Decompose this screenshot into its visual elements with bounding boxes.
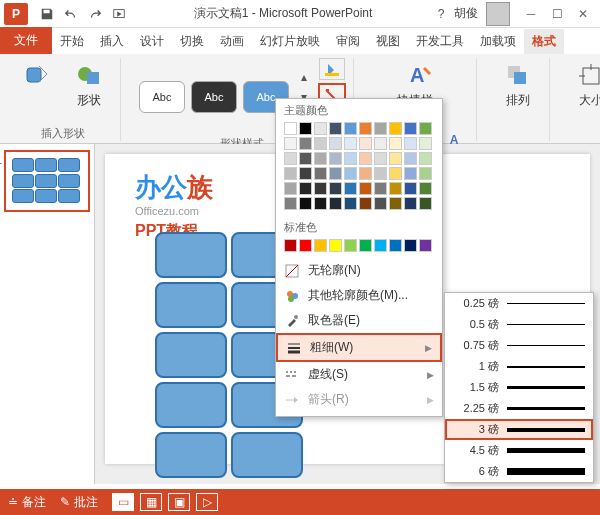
- color-swatch[interactable]: [389, 122, 402, 135]
- color-swatch[interactable]: [404, 122, 417, 135]
- tab-home[interactable]: 开始: [52, 29, 92, 54]
- slide-thumbnail-1[interactable]: 1: [4, 150, 90, 212]
- shape-style-2[interactable]: Abc: [191, 81, 237, 113]
- color-swatch[interactable]: [419, 197, 432, 210]
- color-swatch[interactable]: [284, 239, 297, 252]
- restore-button[interactable]: ☐: [546, 4, 568, 24]
- color-swatch[interactable]: [314, 122, 327, 135]
- size-button[interactable]: 大小: [568, 58, 600, 109]
- weight-option[interactable]: 0.25 磅: [445, 293, 593, 314]
- color-swatch[interactable]: [389, 137, 402, 150]
- color-swatch[interactable]: [299, 182, 312, 195]
- reading-view-button[interactable]: ▣: [168, 493, 190, 511]
- color-swatch[interactable]: [329, 239, 342, 252]
- color-swatch[interactable]: [329, 167, 342, 180]
- user-name[interactable]: 胡俊: [450, 5, 482, 22]
- tab-file[interactable]: 文件: [0, 27, 52, 54]
- color-swatch[interactable]: [344, 182, 357, 195]
- comments-button[interactable]: ✎ 批注: [60, 494, 98, 511]
- color-swatch[interactable]: [299, 137, 312, 150]
- color-swatch[interactable]: [389, 197, 402, 210]
- tab-transitions[interactable]: 切换: [172, 29, 212, 54]
- tab-addins[interactable]: 加载项: [472, 29, 524, 54]
- color-swatch[interactable]: [419, 182, 432, 195]
- color-swatch[interactable]: [359, 122, 372, 135]
- color-swatch[interactable]: [329, 152, 342, 165]
- color-swatch[interactable]: [404, 182, 417, 195]
- avatar[interactable]: [486, 2, 510, 26]
- save-icon[interactable]: [38, 5, 56, 23]
- color-swatch[interactable]: [359, 197, 372, 210]
- color-swatch[interactable]: [314, 152, 327, 165]
- gallery-up[interactable]: ▴: [295, 68, 313, 86]
- sorter-view-button[interactable]: ▦: [140, 493, 162, 511]
- color-swatch[interactable]: [359, 182, 372, 195]
- shape-style-1[interactable]: Abc: [139, 81, 185, 113]
- color-swatch[interactable]: [359, 152, 372, 165]
- tab-view[interactable]: 视图: [368, 29, 408, 54]
- minimize-button[interactable]: ─: [520, 4, 542, 24]
- color-swatch[interactable]: [344, 122, 357, 135]
- color-swatch[interactable]: [404, 167, 417, 180]
- weight-option[interactable]: 0.75 磅: [445, 335, 593, 356]
- color-swatch[interactable]: [314, 167, 327, 180]
- color-swatch[interactable]: [389, 152, 402, 165]
- shape-fill-button[interactable]: [319, 58, 345, 80]
- tab-developer[interactable]: 开发工具: [408, 29, 472, 54]
- color-swatch[interactable]: [344, 167, 357, 180]
- color-swatch[interactable]: [329, 197, 342, 210]
- color-swatch[interactable]: [389, 182, 402, 195]
- color-swatch[interactable]: [284, 182, 297, 195]
- dashes-item[interactable]: 虚线(S) ▶: [276, 362, 442, 387]
- color-swatch[interactable]: [314, 137, 327, 150]
- tab-slideshow[interactable]: 幻灯片放映: [252, 29, 328, 54]
- weight-option[interactable]: 3 磅: [445, 419, 593, 440]
- shapes-button[interactable]: 形状: [66, 58, 112, 109]
- redo-icon[interactable]: [86, 5, 104, 23]
- color-swatch[interactable]: [284, 197, 297, 210]
- color-swatch[interactable]: [389, 239, 402, 252]
- color-swatch[interactable]: [374, 182, 387, 195]
- color-swatch[interactable]: [284, 152, 297, 165]
- color-swatch[interactable]: [344, 137, 357, 150]
- arrows-item[interactable]: 箭头(R) ▶: [276, 387, 442, 412]
- close-button[interactable]: ✕: [572, 4, 594, 24]
- tab-format[interactable]: 格式: [524, 29, 564, 54]
- color-swatch[interactable]: [299, 239, 312, 252]
- color-swatch[interactable]: [284, 137, 297, 150]
- tab-design[interactable]: 设计: [132, 29, 172, 54]
- color-swatch[interactable]: [359, 167, 372, 180]
- color-swatch[interactable]: [314, 239, 327, 252]
- from-beginning-icon[interactable]: [110, 5, 128, 23]
- color-swatch[interactable]: [374, 197, 387, 210]
- weight-option[interactable]: 6 磅: [445, 461, 593, 482]
- color-swatch[interactable]: [299, 167, 312, 180]
- color-swatch[interactable]: [284, 167, 297, 180]
- weight-option[interactable]: 4.5 磅: [445, 440, 593, 461]
- color-swatch[interactable]: [329, 182, 342, 195]
- color-swatch[interactable]: [374, 122, 387, 135]
- slideshow-view-button[interactable]: ▷: [196, 493, 218, 511]
- color-swatch[interactable]: [419, 152, 432, 165]
- color-swatch[interactable]: [404, 197, 417, 210]
- help-icon[interactable]: ?: [432, 5, 450, 23]
- color-swatch[interactable]: [299, 122, 312, 135]
- color-swatch[interactable]: [284, 122, 297, 135]
- eyedropper-item[interactable]: 取色器(E): [276, 308, 442, 333]
- undo-icon[interactable]: [62, 5, 80, 23]
- color-swatch[interactable]: [314, 197, 327, 210]
- weight-option[interactable]: 1 磅: [445, 356, 593, 377]
- color-swatch[interactable]: [359, 137, 372, 150]
- tab-animations[interactable]: 动画: [212, 29, 252, 54]
- weight-option[interactable]: 1.5 磅: [445, 377, 593, 398]
- color-swatch[interactable]: [314, 182, 327, 195]
- weight-item[interactable]: 粗细(W) ▶: [276, 333, 442, 362]
- color-swatch[interactable]: [344, 152, 357, 165]
- color-swatch[interactable]: [404, 152, 417, 165]
- color-swatch[interactable]: [374, 152, 387, 165]
- color-swatch[interactable]: [329, 137, 342, 150]
- normal-view-button[interactable]: ▭: [112, 493, 134, 511]
- color-swatch[interactable]: [299, 197, 312, 210]
- color-swatch[interactable]: [374, 137, 387, 150]
- edit-shape-button[interactable]: [14, 58, 60, 109]
